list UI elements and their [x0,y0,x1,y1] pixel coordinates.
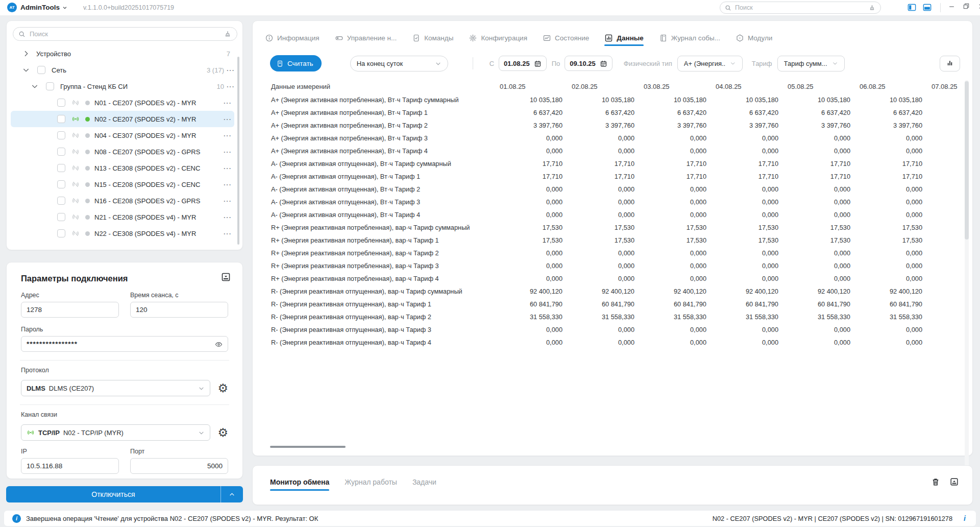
phys-type-select[interactable]: A+ (Энергия... [677,56,743,71]
device-row[interactable]: N13 - CE308 (SPODES v2) - CENC··· [11,160,234,176]
device-menu-button[interactable]: ··· [221,213,234,221]
device-menu-button[interactable]: ··· [221,230,234,237]
bottom-tab-0[interactable]: Монитор обмена [270,478,329,486]
table-row[interactable]: R- (Энергия реактивная отпущенная), вар·… [270,285,960,298]
device-row[interactable]: N01 - CE207 (SPODES v2) - MYR··· [11,94,234,111]
minimize-button[interactable] [947,2,955,10]
node-menu-button[interactable]: ··· [224,66,237,74]
table-row[interactable]: A+ (Энергия активная потребленная), Вт·ч… [270,145,960,157]
table-date-header[interactable]: 03.08.25 [639,83,710,90]
date-to-field[interactable]: 09.10.25 [565,56,612,71]
device-row[interactable]: N04 - CE307 (SPODES v2) - MYR··· [11,127,234,143]
table-row[interactable]: R+ (Энергия реактивная потребленная), ва… [270,259,960,272]
checkbox[interactable] [57,148,65,156]
device-row[interactable]: N08 - CE207 (SPODES v2) - GPRS··· [11,143,234,160]
table-row[interactable]: A+ (Энергия активная потребленная), Вт·ч… [270,106,960,119]
checkbox[interactable] [57,115,65,123]
node-menu-button[interactable]: ··· [224,83,237,90]
global-search-input[interactable] [735,4,868,11]
tree-node-device-root[interactable]: Устройство 7 [7,45,237,62]
tab-modules[interactable]: Модули [736,34,772,42]
table-date-header[interactable]: 01.08.25 [495,83,567,90]
device-menu-button[interactable]: ··· [221,197,234,205]
table-row[interactable]: R- (Энергия реактивная отпущенная), вар·… [270,323,960,336]
device-menu-button[interactable]: ··· [221,99,234,107]
checkbox[interactable] [57,164,65,172]
table-row[interactable]: A+ (Энергия активная потребленная), Вт·ч… [270,132,960,145]
table-row[interactable]: R+ (Энергия реактивная потребленная), ва… [270,234,960,247]
table-row[interactable]: A+ (Энергия активная потребленная), Вт·ч… [270,93,960,106]
app-menu[interactable]: AdminTools [20,4,67,11]
device-menu-button[interactable]: ··· [221,164,234,172]
tab-info[interactable]: Информация [265,34,320,42]
device-menu-button[interactable]: ··· [221,148,234,156]
tab-config[interactable]: Конфигурация [469,34,527,42]
close-button[interactable] [977,2,980,10]
table-row[interactable]: R- (Энергия реактивная отпущенная), вар·… [270,310,960,323]
table-row[interactable]: A- (Энергия активная отпущенная), Вт·ч Т… [270,170,960,183]
checkbox[interactable] [57,213,65,221]
device-row[interactable]: N15 - CE208 (SPODES v2) - CENC··· [11,176,234,193]
device-row[interactable]: N21 - CE208 (SPODES v4) - MYR··· [11,209,234,225]
table-row[interactable]: R+ (Энергия реактивная потребленная), ва… [270,247,960,259]
table-row[interactable]: R+ (Энергия реактивная потребленная), ва… [270,272,960,285]
device-row[interactable]: N02 - CE207 (SPODES v2) - MYR··· [11,111,234,127]
table-date-header[interactable]: 04.08.25 [710,83,782,90]
table-date-header[interactable]: 05.08.25 [782,83,854,90]
protocol-select[interactable]: DLMS DLMS (CE207) [21,380,210,396]
ip-input[interactable] [21,458,119,474]
chevron-down-icon[interactable] [22,66,30,74]
table-date-header[interactable]: 06.08.25 [854,83,926,90]
disconnect-options-button[interactable] [220,486,243,502]
chevron-down-icon[interactable] [31,82,39,90]
tab-data[interactable]: Данные [604,34,643,42]
checkbox[interactable] [57,131,65,139]
restore-button[interactable] [962,2,970,10]
channel-settings-gear-icon[interactable]: ⚙ [217,427,228,438]
tab-nav[interactable]: Управление н... [335,34,397,42]
checkbox[interactable] [46,82,54,90]
table-date-header[interactable]: 02.08.25 [567,83,639,90]
clear-broom-icon[interactable] [224,30,232,38]
table-row[interactable]: A- (Энергия активная отпущенная), Вт·ч Т… [270,196,960,208]
tab-journal[interactable]: Журнал собы... [659,34,720,42]
checkbox[interactable] [57,99,65,107]
table-vertical-scrollbar-thumb[interactable] [965,81,969,239]
left-panel-toggle-icon[interactable] [906,3,917,12]
collapse-panel-icon[interactable] [949,477,959,487]
bottom-panel-toggle-icon[interactable] [922,3,933,12]
tab-state[interactable]: Состояние [543,34,589,42]
password-input[interactable] [21,336,228,352]
disconnect-button[interactable]: Отключиться [6,486,220,502]
chart-view-button[interactable] [940,56,960,71]
protocol-settings-gear-icon[interactable]: ⚙ [217,383,228,393]
tree-node-network[interactable]: Сеть 3 (17) ··· [7,62,237,78]
device-menu-button[interactable]: ··· [221,181,234,188]
bottom-tab-2[interactable]: Задачи [412,478,436,486]
table-date-header[interactable]: 07.08.25 [926,83,960,90]
table-row[interactable]: A- (Энергия активная отпущенная), Вт·ч Т… [270,183,960,196]
tree-search-input[interactable] [30,30,224,38]
table-row[interactable]: R- (Энергия реактивная отпущенная), вар·… [270,298,960,310]
table-horizontal-scrollbar-thumb[interactable] [270,446,346,448]
device-row[interactable]: N16 - CE208 (SPODES v2) - GPRS··· [11,193,234,209]
clear-broom-icon[interactable] [868,4,876,12]
checkbox[interactable] [57,197,65,205]
tariff-select[interactable]: Тариф сумм... [777,56,845,71]
collapse-panel-icon[interactable] [220,272,231,282]
device-details-icon[interactable]: i [964,514,966,522]
channel-select[interactable]: TCP/IP N02 - TCP/IP (MYR) [21,424,210,441]
device-menu-button[interactable]: ··· [221,132,234,139]
tree-scrollbar[interactable] [237,57,239,245]
chevron-right-icon[interactable] [22,50,30,58]
table-row[interactable]: A- (Энергия активная отпущенная), Вт·ч Т… [270,208,960,221]
address-input[interactable] [21,302,119,318]
port-input[interactable] [130,458,228,474]
tab-commands[interactable]: Команды [412,34,453,42]
checkbox[interactable] [57,229,65,237]
checkbox[interactable] [37,66,45,74]
period-select[interactable]: На конец суток [350,56,448,71]
device-row[interactable]: N22 - CE308 (SPODES v4) - MYR··· [11,225,234,242]
trash-icon[interactable] [931,477,940,487]
show-password-icon[interactable] [214,340,223,349]
